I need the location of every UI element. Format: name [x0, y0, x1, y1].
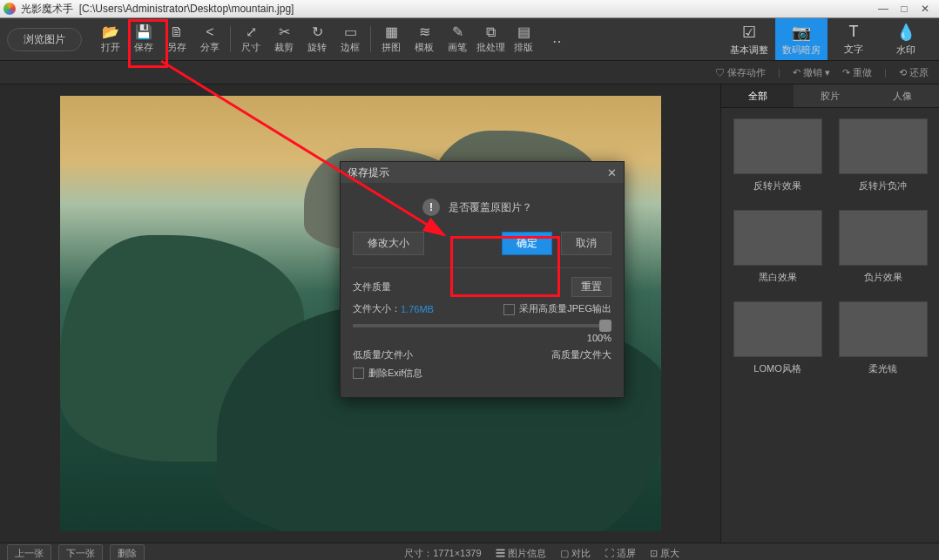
tool-拼图[interactable]: ▦拼图	[375, 22, 408, 57]
cancel-button[interactable]: 取消	[561, 232, 611, 255]
rtab-icon: 💧	[896, 23, 915, 42]
side-tab-1[interactable]: 胶片	[794, 84, 866, 107]
tool-label: 保存	[134, 41, 153, 54]
tool-另存[interactable]: 🗎另存	[160, 22, 193, 57]
file-path: [C:\Users\Administrator\Desktop\mountain…	[79, 3, 294, 15]
tool-画笔[interactable]: ✎画笔	[441, 22, 474, 57]
tool-label: 模板	[415, 41, 434, 54]
next-button[interactable]: 下一张	[58, 544, 103, 560]
main-toolbar: 浏览图片 📂打开💾保存🗎另存<分享⤢尺寸✂裁剪↻旋转▭边框▦拼图≋模板✎画笔⧉批…	[0, 18, 939, 61]
right-tabs: ☑基本调整📷数码暗房T文字💧水印	[723, 18, 932, 60]
effect-label: 柔光镜	[868, 362, 897, 375]
filesize-value: 1.76MB	[401, 304, 434, 314]
side-panel: 全部胶片人像 反转片效果反转片负冲黑白效果负片效果LOMO风格柔光镜	[720, 84, 939, 543]
compare-button[interactable]: ▢ 对比	[560, 547, 591, 560]
right-tab-3[interactable]: 💧水印	[880, 18, 932, 60]
effect-label: 反转片效果	[753, 179, 801, 192]
maximize-button[interactable]: □	[894, 3, 915, 15]
tool-icon: ▦	[385, 25, 398, 39]
tool-icon: <	[206, 25, 213, 39]
tool-排版[interactable]: ▤排版	[507, 22, 540, 57]
tool-保存[interactable]: 💾保存	[127, 22, 160, 57]
high-quality-label: 高质量/文件大	[551, 348, 611, 361]
tool-icon: 📂	[102, 25, 119, 39]
dialog-titlebar: 保存提示 ✕	[341, 162, 624, 183]
effect-label: 反转片负冲	[859, 179, 907, 192]
delete-button[interactable]: 删除	[110, 544, 145, 560]
dialog-message: 是否覆盖原图片？	[449, 200, 532, 215]
tool-icon: ≋	[419, 25, 430, 39]
effect-item[interactable]: LOMO风格	[728, 301, 827, 375]
rtab-label: 水印	[896, 44, 915, 57]
tool-icon: 🗎	[170, 25, 184, 39]
tool-裁剪[interactable]: ✂裁剪	[267, 22, 301, 57]
quality-slider[interactable]	[353, 324, 611, 327]
effects-grid: 反转片效果反转片负冲黑白效果负片效果LOMO风格柔光镜	[721, 108, 939, 386]
right-tab-2[interactable]: T文字	[828, 18, 880, 60]
undo-button[interactable]: ↶ 撤销 ▾	[793, 66, 830, 79]
rtab-icon: T	[849, 23, 859, 41]
tool-分享[interactable]: <分享	[193, 22, 226, 57]
tool-icon: ✎	[452, 25, 463, 39]
effect-item[interactable]: 反转片负冲	[834, 118, 932, 192]
dialog-close-icon[interactable]: ✕	[607, 166, 617, 179]
tool-icon: ✂	[279, 25, 290, 39]
rtab-icon: 📷	[792, 23, 811, 42]
close-button[interactable]: ✕	[915, 3, 936, 15]
side-tab-2[interactable]: 人像	[867, 84, 939, 107]
tool-label: 裁剪	[274, 41, 294, 54]
effect-item[interactable]: 柔光镜	[834, 301, 932, 375]
tool-icon: ⤢	[246, 25, 257, 39]
effect-label: LOMO风格	[753, 362, 801, 375]
rtab-label: 基本调整	[730, 44, 768, 57]
orig-button[interactable]: ⊡ 原大	[650, 547, 679, 560]
image-info[interactable]: ☰ 图片信息	[496, 547, 546, 560]
ok-button[interactable]: 确定	[502, 232, 552, 255]
save-action[interactable]: ♡ 保存动作	[715, 66, 766, 79]
right-tab-1[interactable]: 📷数码暗房	[775, 18, 828, 60]
tool-边框[interactable]: ▭边框	[334, 22, 367, 57]
minimize-button[interactable]: —	[873, 3, 894, 15]
effect-thumb	[733, 118, 822, 174]
effect-item[interactable]: 负片效果	[834, 210, 932, 284]
low-quality-label: 低质量/文件小	[353, 348, 413, 361]
app-title: 光影魔术手	[21, 2, 73, 17]
del-exif-label: 删除Exif信息	[368, 367, 422, 380]
resize-button[interactable]: 修改大小	[353, 232, 424, 255]
restore-button[interactable]: ⟲ 还原	[899, 66, 929, 79]
effect-label: 负片效果	[864, 271, 902, 284]
tool-icon: ↻	[312, 25, 323, 39]
side-tab-0[interactable]: 全部	[721, 84, 794, 107]
app-icon	[3, 3, 16, 15]
tool-批处理[interactable]: ⧉批处理	[474, 22, 507, 57]
titlebar: 光影魔术手 [C:\Users\Administrator\Desktop\mo…	[0, 0, 939, 18]
right-tab-0[interactable]: ☑基本调整	[723, 18, 775, 60]
tool-label: 旋转	[307, 41, 327, 54]
rtab-label: 文字	[844, 43, 863, 56]
del-exif-checkbox[interactable]	[353, 368, 364, 379]
tool-旋转[interactable]: ↻旋转	[301, 22, 334, 57]
browse-button[interactable]: 浏览图片	[7, 28, 82, 51]
tool-label: 另存	[167, 41, 186, 54]
tool-打开[interactable]: 📂打开	[94, 22, 127, 57]
tool-模板[interactable]: ≋模板	[408, 22, 441, 57]
tool-icon: ▤	[517, 25, 530, 39]
tool-尺寸[interactable]: ⤢尺寸	[234, 22, 267, 57]
fit-button[interactable]: ⛶ 适屏	[605, 547, 636, 560]
redo-button[interactable]: ↷ 重做	[842, 66, 872, 79]
hq-jpeg-checkbox[interactable]	[503, 304, 515, 315]
slider-value: 100%	[587, 333, 611, 343]
tool-more[interactable]: ‥	[540, 22, 573, 57]
prev-button[interactable]: 上一张	[7, 544, 51, 560]
reset-button[interactable]: 重置	[571, 277, 611, 297]
tool-label: 排版	[514, 41, 533, 54]
quality-header: 文件质量	[353, 280, 391, 293]
tool-icon: ‥	[552, 31, 562, 45]
effect-item[interactable]: 黑白效果	[728, 210, 827, 284]
tool-label: 批处理	[476, 41, 505, 54]
effect-label: 黑白效果	[759, 271, 797, 284]
effect-item[interactable]: 反转片效果	[728, 118, 827, 192]
effect-thumb	[733, 301, 822, 357]
dialog-title: 保存提示	[348, 165, 389, 180]
tool-label: 画笔	[448, 41, 467, 54]
